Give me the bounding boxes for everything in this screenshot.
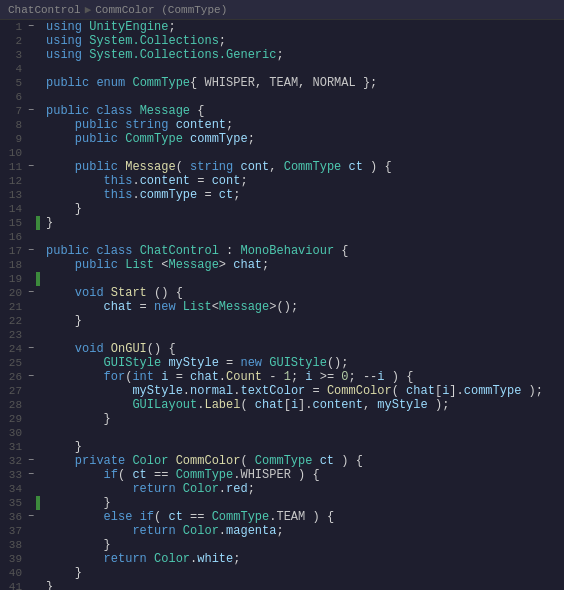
fold-indicator[interactable]	[26, 230, 36, 244]
line-number: 23	[0, 328, 26, 342]
fold-indicator[interactable]	[26, 90, 36, 104]
fold-indicator[interactable]	[26, 580, 36, 590]
fold-indicator[interactable]: −	[26, 468, 36, 482]
table-row: 23	[0, 328, 564, 342]
line-number: 11	[0, 160, 26, 174]
table-row: 22 }	[0, 314, 564, 328]
table-row: 32− private Color CommColor( CommType ct…	[0, 454, 564, 468]
line-content: if( ct == CommType.WHISPER ) {	[40, 468, 564, 482]
fold-indicator[interactable]	[26, 356, 36, 370]
fold-indicator[interactable]	[26, 412, 36, 426]
line-content: public class ChatControl : MonoBehaviour…	[40, 244, 564, 258]
fold-indicator[interactable]	[26, 314, 36, 328]
fold-indicator[interactable]	[26, 300, 36, 314]
line-number: 21	[0, 300, 26, 314]
line-content: }	[40, 202, 564, 216]
fold-indicator[interactable]: −	[26, 510, 36, 524]
table-row: 26− for(int i = chat.Count - 1; i >= 0; …	[0, 370, 564, 384]
table-row: 40 }	[0, 566, 564, 580]
fold-indicator[interactable]	[26, 328, 36, 342]
line-number: 41	[0, 580, 26, 590]
line-number: 9	[0, 132, 26, 146]
line-content: void OnGUI() {	[40, 342, 564, 356]
line-number: 37	[0, 524, 26, 538]
line-number: 2	[0, 34, 26, 48]
line-content: public string content;	[40, 118, 564, 132]
fold-indicator[interactable]	[26, 258, 36, 272]
line-number: 19	[0, 272, 26, 286]
table-row: 9 public CommType commType;	[0, 132, 564, 146]
title-part2: CommColor (CommType)	[95, 4, 227, 16]
line-content: this.commType = ct;	[40, 188, 564, 202]
fold-indicator[interactable]: −	[26, 454, 36, 468]
fold-indicator[interactable]	[26, 552, 36, 566]
fold-indicator[interactable]	[26, 202, 36, 216]
fold-indicator[interactable]	[26, 146, 36, 160]
fold-indicator[interactable]	[26, 76, 36, 90]
table-row: 34 return Color.red;	[0, 482, 564, 496]
line-content: chat = new List<Message>();	[40, 300, 564, 314]
fold-indicator[interactable]	[26, 62, 36, 76]
line-content: public List <Message> chat;	[40, 258, 564, 272]
table-row: 41}	[0, 580, 564, 590]
fold-indicator[interactable]	[26, 482, 36, 496]
line-content: public CommType commType;	[40, 132, 564, 146]
fold-indicator[interactable]	[26, 496, 36, 510]
line-content: }	[40, 216, 564, 230]
table-row: 29 }	[0, 412, 564, 426]
fold-indicator[interactable]	[26, 48, 36, 62]
title-part1: ChatControl	[8, 4, 81, 16]
line-content	[40, 146, 564, 160]
line-content: }	[40, 440, 564, 454]
line-number: 28	[0, 398, 26, 412]
line-number: 29	[0, 412, 26, 426]
table-row: 11− public Message( string cont, CommTyp…	[0, 160, 564, 174]
line-content: GUIStyle myStyle = new GUIStyle();	[40, 356, 564, 370]
line-number: 3	[0, 48, 26, 62]
table-row: 19	[0, 272, 564, 286]
fold-indicator[interactable]	[26, 566, 36, 580]
fold-indicator[interactable]	[26, 132, 36, 146]
lines-container: 1−using UnityEngine;2using System.Collec…	[0, 20, 564, 590]
line-number: 24	[0, 342, 26, 356]
fold-indicator[interactable]	[26, 538, 36, 552]
fold-indicator[interactable]	[26, 524, 36, 538]
fold-indicator[interactable]: −	[26, 160, 36, 174]
line-content: public enum CommType{ WHISPER, TEAM, NOR…	[40, 76, 564, 90]
fold-indicator[interactable]	[26, 384, 36, 398]
line-number: 39	[0, 552, 26, 566]
fold-indicator[interactable]	[26, 216, 36, 230]
title-bar: ChatControl ▶ CommColor (CommType)	[0, 0, 564, 20]
line-number: 38	[0, 538, 26, 552]
line-number: 32	[0, 454, 26, 468]
fold-indicator[interactable]	[26, 174, 36, 188]
line-number: 26	[0, 370, 26, 384]
table-row: 10	[0, 146, 564, 160]
fold-indicator[interactable]: −	[26, 244, 36, 258]
line-number: 34	[0, 482, 26, 496]
line-number: 22	[0, 314, 26, 328]
line-number: 35	[0, 496, 26, 510]
fold-indicator[interactable]: −	[26, 286, 36, 300]
fold-indicator[interactable]: −	[26, 342, 36, 356]
fold-indicator[interactable]	[26, 188, 36, 202]
fold-indicator[interactable]	[26, 440, 36, 454]
line-content: using System.Collections.Generic;	[40, 48, 564, 62]
line-number: 33	[0, 468, 26, 482]
line-number: 10	[0, 146, 26, 160]
fold-indicator[interactable]	[26, 118, 36, 132]
line-number: 36	[0, 510, 26, 524]
fold-indicator[interactable]: −	[26, 20, 36, 34]
line-content: this.content = cont;	[40, 174, 564, 188]
fold-indicator[interactable]	[26, 398, 36, 412]
table-row: 8 public string content;	[0, 118, 564, 132]
table-row: 2using System.Collections;	[0, 34, 564, 48]
fold-indicator[interactable]	[26, 426, 36, 440]
line-content: void Start () {	[40, 286, 564, 300]
fold-indicator[interactable]	[26, 34, 36, 48]
table-row: 33− if( ct == CommType.WHISPER ) {	[0, 468, 564, 482]
fold-indicator[interactable]	[26, 272, 36, 286]
table-row: 38 }	[0, 538, 564, 552]
fold-indicator[interactable]: −	[26, 104, 36, 118]
fold-indicator[interactable]: −	[26, 370, 36, 384]
